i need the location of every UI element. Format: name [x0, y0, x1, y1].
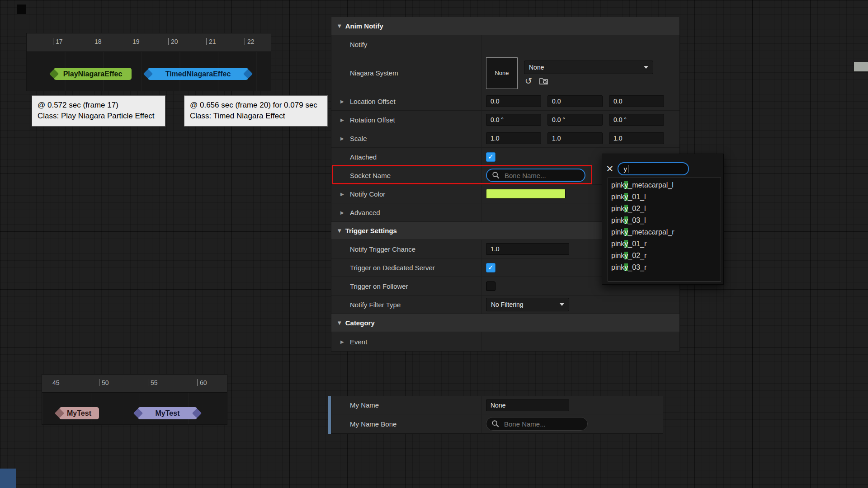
notify-color-swatch[interactable] [486, 189, 566, 199]
row-my-name-bone: ▶My Name Bone [331, 414, 663, 433]
notify-diamond-icon[interactable] [192, 408, 202, 418]
row-label: Event [350, 338, 367, 346]
tooltip-time-line: @ 0.656 sec (frame 20) for 0.079 sec [190, 100, 322, 111]
row-event: ▶Event [331, 332, 679, 351]
ruler-tick: 60 [197, 379, 207, 386]
notify-track[interactable]: MyTest MyTest [42, 393, 227, 424]
niagara-system-combobox[interactable]: None [524, 61, 653, 74]
my-name-bone-search-field[interactable] [486, 417, 588, 431]
text-caret [628, 165, 628, 173]
chevron-down-icon[interactable]: ▼ [338, 23, 341, 28]
check-icon: ✓ [488, 263, 494, 272]
notify-filter-type-combobox[interactable]: No Filtering [486, 298, 569, 311]
chevron-down-icon[interactable]: ▼ [338, 228, 341, 233]
ruler-tick: 20 [168, 38, 178, 45]
bone-list-item[interactable]: pinky_01_l [608, 191, 721, 203]
ruler-tick: 22 [245, 38, 255, 45]
attached-checkbox[interactable]: ✓ [486, 152, 495, 162]
notify-diamond-icon[interactable] [55, 408, 64, 418]
row-label: Notify Filter Type [350, 301, 401, 309]
timeline-ruler[interactable]: 17 18 19 20 21 22 [27, 33, 271, 52]
notify-tag-mytest-state[interactable]: MyTest [138, 407, 197, 419]
tooltip-class-line: Class: Play Niagara Particle Effect [38, 111, 160, 122]
tooltip-time-line: @ 0.572 sec (frame 17) [38, 100, 160, 111]
rotation-z-field[interactable]: 0.0 ° [609, 114, 664, 126]
ruler-tick: 50 [99, 379, 109, 386]
follower-checkbox[interactable] [486, 282, 495, 291]
bone-list-item[interactable]: pinky_03_l [608, 215, 721, 226]
bone-list-item[interactable]: pinky_metacarpal_l [608, 179, 721, 191]
category-header-label: Category [345, 319, 375, 327]
bone-list-item[interactable]: pinky_metacarpal_r [608, 226, 721, 238]
location-z-field[interactable]: 0.0 [609, 95, 664, 107]
notify-tooltip: @ 0.572 sec (frame 17) Class: Play Niaga… [32, 95, 165, 127]
my-name-field[interactable]: None [486, 399, 569, 411]
row-notify-filter-type: ▶Notify Filter Type No Filtering [331, 296, 679, 314]
location-x-field[interactable]: 0.0 [486, 95, 541, 107]
category-header-anim-notify[interactable]: ▼ Anim Notify [331, 17, 679, 35]
chevron-down-icon [560, 303, 564, 306]
notify-tag-timed-niagara[interactable]: TimedNiagaraEffec [148, 68, 248, 80]
right-edge-tab[interactable] [854, 62, 868, 71]
socket-name-search-field[interactable] [486, 169, 585, 182]
row-label: Rotation Offset [350, 116, 395, 124]
notify-tag-label: MyTest [67, 409, 91, 418]
notify-diamond-icon[interactable] [243, 69, 253, 79]
bone-list-item[interactable]: pinky_01_r [608, 238, 721, 250]
notify-diamond-icon[interactable] [143, 69, 153, 79]
rotation-y-field[interactable]: 0.0 ° [547, 114, 603, 126]
row-label: Trigger on Follower [350, 282, 408, 290]
trigger-chance-field[interactable]: 1.0 [486, 243, 569, 255]
dedicated-server-checkbox[interactable]: ✓ [486, 263, 495, 272]
row-label: My Name Bone [350, 420, 396, 428]
category-header-category[interactable]: ▼ Category [331, 314, 679, 332]
row-niagara-system: ▶Niagara System None None ↺ [331, 54, 679, 92]
browse-to-asset-icon[interactable] [539, 77, 549, 85]
row-rotation-offset: ▶Rotation Offset 0.0 ° 0.0 ° 0.0 ° [331, 111, 679, 129]
notify-tag-mytest[interactable]: MyTest [59, 407, 99, 419]
category-header-label: Trigger Settings [345, 227, 397, 235]
bone-suggestion-list: pinky_metacarpal_l pinky_01_l pinky_02_l… [608, 178, 721, 282]
clear-search-icon[interactable]: × [606, 164, 614, 174]
bone-list-item[interactable]: pinky_03_r [608, 262, 721, 273]
my-name-bone-input[interactable] [503, 420, 582, 428]
search-icon [492, 171, 500, 179]
notify-diamond-icon[interactable] [49, 69, 59, 79]
location-y-field[interactable]: 0.0 [547, 95, 603, 107]
search-icon [491, 420, 500, 428]
notify-diamond-icon[interactable] [133, 408, 143, 418]
expand-arrow-icon[interactable]: ▶ [340, 339, 346, 344]
ruler-tick: 55 [148, 379, 158, 386]
timeline-ruler[interactable]: 45 50 55 60 [42, 375, 227, 393]
asset-thumbnail-label: None [495, 70, 509, 76]
bone-picker-popup: × y pinky_metacarpal_l pinky_01_l pinky_… [602, 154, 724, 285]
socket-name-input[interactable] [504, 171, 580, 180]
expand-arrow-icon[interactable]: ▶ [340, 117, 346, 122]
asset-thumbnail[interactable]: None [486, 57, 518, 89]
row-label: Location Offset [350, 98, 396, 105]
bone-list-item[interactable]: pinky_02_r [608, 250, 721, 262]
use-selected-asset-icon[interactable]: ↺ [525, 77, 532, 85]
expand-arrow-icon[interactable]: ▶ [340, 136, 346, 141]
mytest-track-timeline: 45 50 55 60 MyTest MyTest [42, 374, 227, 425]
expand-arrow-icon[interactable]: ▶ [340, 192, 346, 197]
row-label: Socket Name [350, 172, 391, 179]
notify-tag-label: TimedNiagaraEffec [165, 70, 231, 78]
row-scale: ▶Scale 1.0 1.0 1.0 [331, 129, 679, 148]
bone-list-item[interactable]: pinky_02_l [608, 203, 721, 215]
expand-arrow-icon[interactable]: ▶ [340, 99, 346, 104]
tooltip-class-line: Class: Timed Niagara Effect [190, 111, 322, 122]
bone-search-input[interactable]: y [618, 162, 689, 175]
notify-track[interactable]: PlayNiagaraEffec TimedNiagaraEffec [27, 52, 271, 91]
row-label: Attached [350, 153, 377, 161]
scale-y-field[interactable]: 1.0 [547, 132, 603, 144]
ruler-tick: 17 [53, 38, 63, 45]
scale-x-field[interactable]: 1.0 [486, 132, 541, 144]
chevron-down-icon[interactable]: ▼ [338, 320, 341, 325]
row-notify: ▶Notify [331, 35, 679, 54]
rotation-x-field[interactable]: 0.0 ° [486, 114, 541, 126]
scale-z-field[interactable]: 1.0 [609, 132, 664, 144]
notify-tag-play-niagara[interactable]: PlayNiagaraEffec [54, 68, 132, 80]
expand-arrow-icon[interactable]: ▶ [340, 210, 346, 215]
chevron-down-icon [644, 66, 648, 69]
